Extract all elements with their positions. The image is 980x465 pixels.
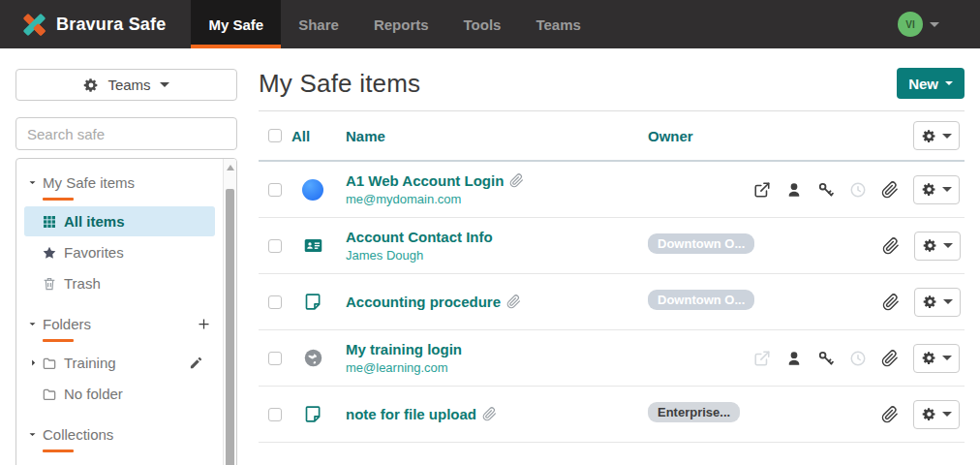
item-name-link[interactable]: A1 Web Account Login <box>346 172 524 189</box>
item-name-cell: note for file upload <box>346 406 648 422</box>
paperclip-icon[interactable] <box>881 350 899 367</box>
sidebar-tree: My Safe itemsAll itemsFavoritesTrashFold… <box>16 159 236 452</box>
item-type-cell <box>291 179 334 201</box>
table-row: My training loginme@learning.com <box>259 330 965 387</box>
sidebar-item-training[interactable]: Training <box>24 348 215 378</box>
clock-icon <box>849 181 867 199</box>
column-header-owner: Owner <box>648 128 753 144</box>
tree-group-label: Folders <box>43 316 91 332</box>
row-options-button[interactable] <box>913 344 960 373</box>
chevron-down-icon <box>942 412 952 417</box>
tree-group-header-collections[interactable]: Collections <box>16 422 221 446</box>
scrollbar-thumb[interactable] <box>226 189 234 465</box>
row-options-button[interactable] <box>913 175 960 204</box>
tree-group-header-folders[interactable]: Folders <box>16 312 221 335</box>
row-actions <box>754 288 965 317</box>
person-icon[interactable] <box>785 181 803 199</box>
chevron-down-icon <box>160 82 169 87</box>
item-name-link[interactable]: Account Contact Info <box>346 229 493 245</box>
key-icon[interactable] <box>817 181 835 199</box>
sidebar-item-favorites[interactable]: Favorites <box>24 237 215 267</box>
caret-down-icon <box>25 177 39 188</box>
grid-icon <box>42 214 57 230</box>
gear-icon <box>922 407 936 421</box>
sidebar-item-all-items[interactable]: All items <box>24 206 215 236</box>
nav-item-share[interactable]: Share <box>281 0 356 48</box>
section-underline <box>43 339 74 342</box>
nav-item-tools[interactable]: Tools <box>446 0 519 48</box>
avatar[interactable]: VI <box>898 12 923 37</box>
sidebar-scrollbar[interactable] <box>223 159 236 465</box>
sidebar-item-label: Favorites <box>64 244 124 261</box>
row-checkbox[interactable] <box>268 183 282 197</box>
nav-item-my-safe[interactable]: My Safe <box>191 0 281 48</box>
row-options-button[interactable] <box>913 400 960 429</box>
folder-icon <box>42 387 57 402</box>
row-options-button[interactable] <box>914 288 961 317</box>
nav-item-teams[interactable]: Teams <box>518 0 597 48</box>
content: My Safe items New All Name Owner <box>259 48 965 465</box>
paperclip-icon[interactable] <box>881 406 899 423</box>
nav-item-reports[interactable]: Reports <box>356 0 446 48</box>
item-name-cell: My training loginme@learning.com <box>346 341 648 375</box>
row-options-button[interactable] <box>914 232 961 261</box>
chevron-down-icon <box>945 81 953 85</box>
item-name-link[interactable]: note for file upload <box>346 406 497 422</box>
site-favicon-icon <box>302 179 323 201</box>
select-all-checkbox[interactable] <box>268 129 282 142</box>
item-name-cell: Accounting procedure <box>346 294 648 310</box>
table-options-button[interactable] <box>913 121 960 150</box>
sidebar-item-trash[interactable]: Trash <box>24 268 215 298</box>
caret-down-icon <box>25 429 39 440</box>
paperclip-icon[interactable] <box>882 237 900 255</box>
sidebar-item-label: No folder <box>64 386 123 402</box>
key-icon[interactable] <box>817 350 835 367</box>
tree-group-header-my-safe-items[interactable]: My Safe items <box>16 170 221 194</box>
gear-icon <box>923 238 937 253</box>
item-name-link[interactable]: My training login <box>346 341 462 357</box>
owner-cell: Downtown O... <box>648 233 754 258</box>
external-link-icon[interactable] <box>753 181 771 199</box>
new-button[interactable]: New <box>897 68 965 99</box>
row-checkbox[interactable] <box>268 408 282 421</box>
star-icon <box>42 245 57 261</box>
chevron-down-icon <box>930 22 939 27</box>
owner-badge: Downtown O... <box>648 233 754 254</box>
account-menu[interactable]: VI <box>898 0 980 48</box>
chevron-down-icon <box>942 134 952 139</box>
chevron-down-icon <box>942 187 952 192</box>
row-actions <box>753 344 965 373</box>
chevron-down-icon <box>943 299 953 304</box>
person-icon[interactable] <box>785 350 803 367</box>
caret-right-icon[interactable] <box>26 357 40 368</box>
owner-cell: Enterprise... <box>648 402 753 426</box>
clock-icon <box>849 350 867 367</box>
globe-icon <box>303 348 323 368</box>
column-header-name: Name <box>346 128 648 144</box>
table-header: All Name Owner <box>259 111 965 162</box>
brand-name: Bravura Safe <box>56 15 166 35</box>
gear-icon <box>922 182 936 197</box>
item-name-cell: A1 Web Account Loginme@mydomain.com <box>346 172 648 206</box>
gear-icon <box>83 78 99 93</box>
row-checkbox[interactable] <box>268 295 282 309</box>
section-underline <box>43 450 74 452</box>
pencil-icon[interactable] <box>189 356 203 370</box>
row-checkbox[interactable] <box>268 239 282 253</box>
row-checkbox[interactable] <box>268 352 282 365</box>
brand[interactable]: Bravura Safe <box>0 0 191 48</box>
plus-icon[interactable] <box>197 317 211 331</box>
gear-icon <box>922 129 936 143</box>
paperclip-icon <box>509 173 524 188</box>
sidebar-item-label: All items <box>64 213 125 230</box>
item-name-link[interactable]: Accounting procedure <box>346 294 521 310</box>
row-actions <box>753 400 965 429</box>
sidebar-item-no-folder[interactable]: No folder <box>24 379 215 409</box>
search-input[interactable] <box>15 117 237 150</box>
teams-selector-button[interactable]: Teams <box>15 69 237 101</box>
scroll-up-arrow-icon[interactable] <box>227 165 234 170</box>
paperclip-icon[interactable] <box>881 181 899 199</box>
paperclip-icon[interactable] <box>882 294 900 311</box>
item-type-cell <box>291 348 334 368</box>
sidebar-panel: My Safe itemsAll itemsFavoritesTrashFold… <box>15 158 237 465</box>
